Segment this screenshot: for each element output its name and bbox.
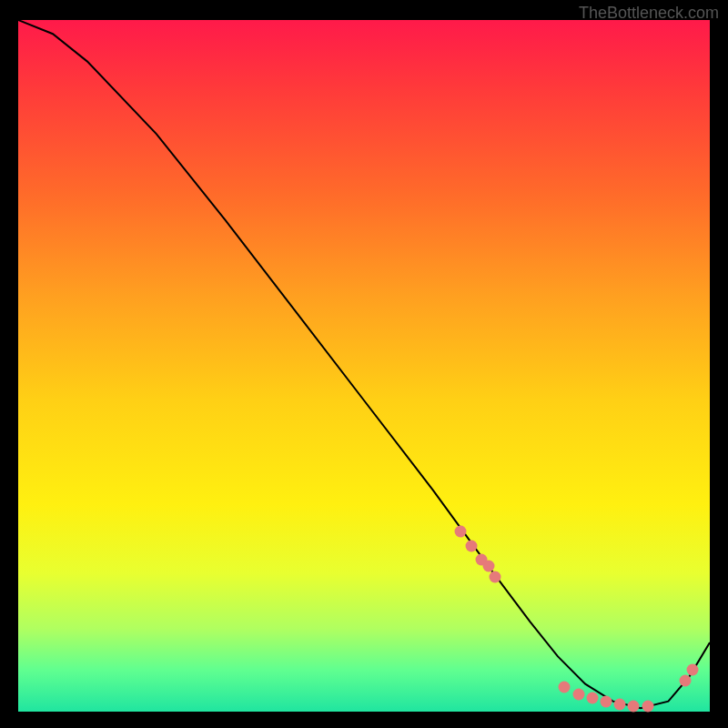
plot-area (18, 20, 710, 712)
scatter-dot (680, 674, 692, 686)
scatter-dot (559, 682, 571, 693)
scatter-dot (628, 700, 640, 712)
scatter-dot (455, 526, 467, 538)
scatter-dot (687, 664, 699, 676)
scatter-dot (601, 695, 612, 707)
scatter-dot (614, 699, 626, 711)
attribution-text: TheBottleneck.com (579, 4, 719, 23)
scatter-dot (465, 540, 477, 551)
bottleneck-curve (18, 20, 710, 708)
scatter-dot (642, 700, 653, 712)
scatter-dot (586, 692, 598, 703)
curve-svg (18, 20, 710, 712)
scatter-dot (490, 571, 501, 582)
scatter-dot (572, 689, 584, 701)
